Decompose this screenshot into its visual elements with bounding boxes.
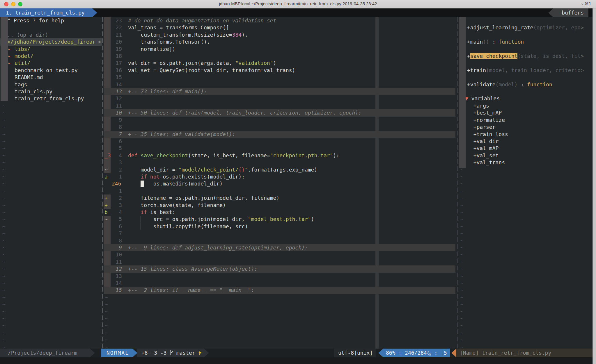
nerdtree-item-dir[interactable]: </jdhao/Projects/deep_firear>: [0, 38, 102, 45]
code-line[interactable]: 3: [104, 159, 455, 166]
tag-entry[interactable]: +train_loss: [459, 131, 593, 138]
folded-region-line[interactable]: 9+-- 9 lines: def adjust_learning_rate(o…: [104, 244, 455, 251]
folder-collapsed-icon[interactable]: ▸: [8, 46, 10, 53]
code-line[interactable]: 6: [104, 138, 455, 145]
code-line[interactable]: 21 custom_transform.Resize(size=384),: [104, 31, 455, 38]
code-line[interactable]: 17val_dir = os.path.join(args.data, "val…: [104, 60, 455, 67]
nerdtree-item-dir[interactable]: ▸model/: [0, 53, 102, 60]
window-separator[interactable]: [102, 17, 103, 349]
nerdtree-item-dir[interactable]: ▸libs/: [0, 46, 102, 53]
code-line[interactable]: 22val_trans = transforms.Compose([: [104, 24, 455, 31]
nerdtree-item[interactable]: .. (up a dir): [0, 31, 102, 38]
tag-entry[interactable]: +val_dir: [459, 138, 593, 145]
nerdtree-item[interactable]: " Press ? for help: [0, 17, 102, 24]
keyboard-shortcut-badge: ⌥⌘1: [580, 1, 591, 6]
code-line[interactable]: +3 torch.save(state, filename): [104, 202, 455, 209]
code-line[interactable]: 9: [104, 117, 455, 124]
code-line[interactable]: 20 transforms.ToTensor(),: [104, 38, 455, 45]
folded-region-line[interactable]: 13+-- 73 lines: def main():: [104, 88, 455, 95]
macos-scrollbar-track[interactable]: [593, 8, 596, 364]
folded-region-line[interactable]: 15+-- 2 lines: if __name__ == "__main__"…: [104, 287, 455, 294]
code-line[interactable]: 6 shutil.copyfile(filename, src): [104, 223, 455, 230]
gutter-sign: +: [104, 202, 108, 208]
folded-region-line[interactable]: 12+-- 15 lines: class AverageMeter(objec…: [104, 265, 455, 272]
code-line[interactable]: 13: [104, 273, 455, 280]
code-line[interactable]: 10: [104, 251, 455, 258]
line-number: 246: [111, 180, 128, 187]
code-line[interactable]: +2 filename = os.path.join(model_dir, fi…: [104, 195, 455, 201]
empty-line-tilde: ~: [0, 344, 102, 349]
tag-entry[interactable]: +parser: [459, 124, 593, 131]
folder-collapsed-icon[interactable]: ▸: [8, 60, 10, 67]
tab-buffers-label[interactable]: buffers: [548, 8, 588, 17]
line-number: 5: [111, 145, 128, 152]
code-line[interactable]: 5: [104, 145, 455, 152]
code-line[interactable]: 19 normalize]): [104, 46, 455, 53]
empty-line-tilde: ~: [0, 152, 102, 159]
line-number: 17: [111, 60, 128, 67]
code-line[interactable]: 8: [104, 237, 455, 244]
empty-line-tilde: ~: [0, 216, 102, 223]
code-line[interactable]: 18: [104, 53, 455, 60]
code-line[interactable]: 11: [104, 102, 455, 109]
tagbar-pane: +adjust_learning_rate(optimizer, epo>+ma…: [459, 17, 593, 349]
line-number: 3: [111, 202, 128, 209]
empty-line-tilde: ~: [459, 322, 593, 329]
editor-pane[interactable]: 23# do not do data augmentation on valid…: [104, 17, 455, 349]
tag-entry[interactable]: ▼ variables: [459, 95, 593, 102]
nerdtree-item[interactable]: tags: [0, 81, 102, 88]
folder-collapsed-icon[interactable]: ▸: [8, 53, 10, 60]
tag-entry[interactable]: +train(model, train_loader, criterio>: [459, 67, 593, 74]
nerdtree-item[interactable]: train_retr_from_cls.py: [0, 95, 102, 102]
command-line[interactable]: [0, 357, 593, 364]
tag-entry[interactable]: +val_mAP: [459, 145, 593, 152]
tab-active-buffer[interactable]: 1. train_retr_from_cls.py: [0, 8, 97, 17]
line-number: 4: [111, 209, 128, 216]
nerdtree-item[interactable]: benchmark_on_test.py: [0, 67, 102, 74]
window-separator[interactable]: [457, 17, 457, 349]
nerdtree-item[interactable]: train_cls.py: [0, 88, 102, 95]
code-line[interactable]: _34def save_checkpoint(state, is_best, f…: [104, 152, 455, 159]
tag-entry[interactable]: +adjust_learning_rate(optimizer, epo>: [459, 24, 593, 31]
code-line[interactable]: 11: [104, 258, 455, 265]
tag-entry[interactable]: +save_checkpoint(state, is_best, fil>: [459, 53, 593, 60]
folded-region-line[interactable]: 7+-- 35 lines: def validate(model):: [104, 131, 455, 138]
tag-entry[interactable]: +args: [459, 102, 593, 109]
tagbar-scrollbar-thumb[interactable]: [459, 17, 466, 168]
nerdtree-item-dir[interactable]: ▸util/: [0, 60, 102, 67]
code-line[interactable]: 14: [104, 280, 455, 287]
position-segment: 86% ≡ 246/284ℓN : 5: [378, 349, 450, 357]
tagbar-blank-line: [459, 46, 593, 53]
code-line[interactable]: a1 if not os.path.exists(model_dir):: [104, 173, 455, 180]
tag-entry[interactable]: +validate(model) : function: [459, 81, 593, 88]
statusline-nerdtree-path: ~/Projects/deep_firearm: [0, 349, 95, 357]
empty-line-tilde: ~: [0, 131, 102, 138]
code-line[interactable]: 1: [104, 188, 455, 195]
tag-entry[interactable]: +normalize: [459, 117, 593, 124]
code-line[interactable]: 12: [104, 95, 455, 102]
folded-region-line[interactable]: 10+-- 50 lines: def train(model, train_l…: [104, 109, 455, 116]
code-line[interactable]: 15: [104, 74, 455, 81]
line-number: 3: [111, 159, 128, 166]
code-line[interactable]: ~2 model_dir = "model/check_point/{}".fo…: [104, 166, 455, 173]
tag-entry[interactable]: +val_set: [459, 152, 593, 159]
line-number: 4: [111, 152, 128, 159]
empty-line-tilde: ~: [459, 315, 593, 322]
code-line[interactable]: 8: [104, 124, 455, 131]
code-line[interactable]: 14: [104, 81, 455, 88]
cursor-line[interactable]: 246 os.makedirs(model_dir): [104, 180, 455, 187]
code-line[interactable]: 16val_set = QuerySet(root=val_dir, trans…: [104, 67, 455, 74]
empty-line-tilde: ~: [0, 315, 102, 322]
tagbar-blank-line: [459, 60, 593, 67]
nerdtree-item[interactable]: README.md: [0, 74, 102, 81]
code-line[interactable]: b4 if is_best:: [104, 209, 455, 216]
nerdtree-scrollbar-thumb[interactable]: [1, 17, 8, 101]
tag-entry[interactable]: +main() : function: [459, 38, 593, 45]
indent-guide: [141, 223, 141, 230]
code-line[interactable]: 7: [104, 230, 455, 237]
code-line[interactable]: 23# do not do data augmentation on valid…: [104, 17, 455, 24]
code-line[interactable]: ~5 src = os.path.join(model_dir, "model_…: [104, 216, 455, 223]
empty-line-tilde: ~: [0, 322, 102, 329]
tag-entry[interactable]: +best_mAP: [459, 109, 593, 116]
tag-entry[interactable]: +val_trans: [459, 159, 593, 166]
